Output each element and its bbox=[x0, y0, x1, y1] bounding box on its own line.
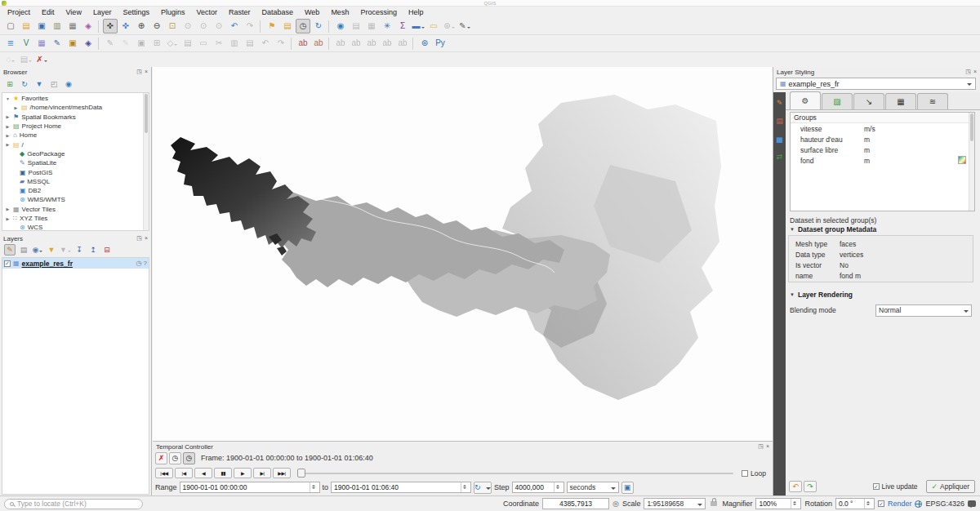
animated-navigation-button[interactable]: ◷ bbox=[183, 452, 195, 464]
map-themes-icon[interactable]: ◉ bbox=[32, 244, 43, 256]
menu-item[interactable]: View bbox=[60, 7, 87, 18]
add-raster-layer-icon[interactable]: ▦ bbox=[34, 36, 49, 51]
add-vector-layer-icon[interactable]: V bbox=[19, 36, 33, 51]
close-icon[interactable]: × bbox=[145, 69, 148, 75]
expander-icon[interactable]: ▶ bbox=[5, 207, 11, 211]
map-canvas[interactable] bbox=[153, 67, 773, 441]
step-input[interactable]: 4000,000 bbox=[512, 482, 564, 493]
range-start-input[interactable]: 1900-01-01 00:00:00 bbox=[180, 482, 320, 493]
undock-icon[interactable]: ◳ bbox=[136, 69, 142, 75]
modify-attributes-icon[interactable]: ▤ bbox=[180, 36, 195, 51]
new-print-layout-icon[interactable]: ▥ bbox=[50, 19, 65, 33]
show-bookmarks-icon[interactable]: ▤ bbox=[280, 19, 295, 33]
coordinate-input[interactable]: 4385,7913 bbox=[542, 498, 609, 509]
browser-item-meshdata[interactable]: ▶ ▤ /home/vincent/meshData bbox=[2, 103, 143, 112]
range-end-input[interactable]: 1900-01-01 01:06:40 bbox=[331, 482, 471, 493]
tab-rendering[interactable]: ▦ bbox=[885, 93, 916, 109]
spinner[interactable] bbox=[791, 499, 798, 509]
locator-search-input[interactable]: Type to locate (Ctrl+K) bbox=[4, 499, 143, 509]
slider-handle[interactable] bbox=[297, 469, 305, 478]
browser-item-vector-tiles[interactable]: ▶ ▦ Vector Tiles bbox=[2, 205, 143, 214]
rotation-input[interactable]: 0.0 ° bbox=[835, 498, 875, 509]
browser-item-postgis[interactable]: ▣ PostGIS bbox=[2, 167, 143, 176]
close-icon[interactable]: × bbox=[766, 443, 769, 450]
open-project-icon[interactable]: ▤ bbox=[19, 19, 33, 33]
filter-legend-icon[interactable]: ▼ bbox=[46, 244, 57, 256]
tab-vectors[interactable]: ↘ bbox=[853, 93, 884, 109]
expander-icon[interactable]: ▶ bbox=[5, 114, 11, 119]
redo-style-button[interactable]: ↷ bbox=[804, 481, 817, 492]
expander-icon[interactable]: ▶ bbox=[5, 133, 11, 138]
spinner[interactable] bbox=[864, 499, 871, 509]
highlight-labels-icon[interactable]: ab bbox=[349, 36, 363, 51]
pan-map-icon[interactable]: ✜ bbox=[103, 19, 118, 33]
text-annotation-icon[interactable]: ✎ bbox=[457, 19, 472, 33]
scrollbar-thumb[interactable] bbox=[970, 113, 973, 141]
menu-item[interactable]: Database bbox=[256, 7, 300, 18]
histogram-icon[interactable]: ▅ bbox=[774, 133, 785, 144]
browser-item-favorites[interactable]: ▼ ★ Favorites bbox=[2, 94, 143, 103]
layer-rendering-section-header[interactable]: ▼ Layer Rendering bbox=[790, 291, 853, 299]
paste-features-icon[interactable]: ▤ bbox=[243, 36, 257, 51]
zoom-to-layer-icon[interactable]: ⊙ bbox=[212, 19, 226, 33]
menu-item[interactable]: Raster bbox=[223, 7, 256, 18]
coordinate-capture-icon[interactable]: ◎ bbox=[612, 500, 619, 508]
arrows-icon[interactable]: ⇄ bbox=[774, 151, 785, 162]
copy-features-icon[interactable]: ▥ bbox=[227, 36, 242, 51]
save-edits-icon[interactable]: ▣ bbox=[134, 36, 149, 51]
skip-to-end-button[interactable]: ▶▶| bbox=[273, 468, 291, 478]
play-forward-button[interactable]: ▶ bbox=[234, 468, 252, 478]
rotate-label-icon[interactable]: ab bbox=[380, 36, 394, 51]
layer-diagram-icon[interactable]: ab bbox=[311, 36, 326, 51]
add-delimited-text-icon[interactable]: ✎ bbox=[50, 36, 65, 51]
spinner[interactable] bbox=[310, 482, 317, 492]
undo-style-button[interactable]: ↶ bbox=[789, 481, 802, 492]
pan-to-selection-icon[interactable]: ✜ bbox=[118, 19, 133, 33]
previous-frame-button[interactable]: |◀ bbox=[175, 468, 193, 478]
lock-scale-icon[interactable] bbox=[710, 501, 717, 506]
group-hauteur-deau[interactable]: hauteur d'eau m bbox=[791, 134, 974, 144]
browser-item-geopackage[interactable]: ◆ GeoPackage bbox=[2, 149, 143, 158]
zoom-to-selection-icon[interactable]: ⊙ bbox=[196, 19, 211, 33]
browser-item-xyz-tiles[interactable]: ▶ ∷ XYZ Tiles bbox=[2, 214, 143, 223]
zoom-in-icon[interactable]: ⊕ bbox=[134, 19, 149, 33]
deselect-all-icon[interactable]: ✗ bbox=[34, 52, 49, 67]
layer-labeling-icon[interactable]: ab bbox=[296, 36, 310, 51]
properties-widget-icon[interactable]: ◉ bbox=[63, 78, 74, 90]
apply-button[interactable]: ✓ Appliquer bbox=[926, 480, 975, 493]
step-unit-combo[interactable]: seconds bbox=[567, 482, 619, 493]
add-virtual-layer-icon[interactable]: ◈ bbox=[81, 36, 96, 51]
browser-item-project-home[interactable]: ▶ ▤ Project Home bbox=[2, 122, 143, 131]
expander-icon[interactable]: ▶ bbox=[13, 105, 19, 110]
add-selected-layers-icon[interactable]: ⊞ bbox=[4, 78, 16, 90]
style-manager-icon[interactable]: ◈ bbox=[81, 19, 96, 33]
toggle-editing-icon[interactable]: ✎ bbox=[118, 36, 133, 51]
browser-item-db2[interactable]: ▣ DB2 bbox=[2, 186, 143, 195]
undock-icon[interactable]: ◳ bbox=[758, 443, 764, 450]
crs-globe-icon[interactable] bbox=[915, 500, 922, 508]
vertex-tool-icon[interactable]: ◇ bbox=[165, 36, 180, 51]
layout-manager-icon[interactable]: ▦ bbox=[65, 19, 80, 33]
expander-icon[interactable]: ▶ bbox=[5, 124, 11, 129]
measure-icon[interactable]: ▬ bbox=[411, 19, 425, 33]
layer-visibility-checkbox[interactable]: ✓ bbox=[4, 260, 11, 267]
browser-scrollbar[interactable] bbox=[143, 93, 149, 230]
spinner[interactable] bbox=[554, 482, 561, 492]
browser-item-wcs[interactable]: ⊛ WCS bbox=[2, 223, 143, 231]
undo-icon[interactable]: ↶ bbox=[258, 36, 273, 51]
browser-item-mssql[interactable]: ▰ MSSQL bbox=[2, 177, 143, 186]
new-project-icon[interactable]: ▢ bbox=[3, 19, 18, 33]
magnifier-input[interactable]: 100% bbox=[755, 498, 801, 509]
export-animation-button[interactable]: ▣ bbox=[621, 482, 634, 494]
next-frame-button[interactable]: ▶| bbox=[253, 468, 271, 478]
metasearch-icon[interactable]: ⊛ bbox=[417, 36, 432, 51]
change-label-icon[interactable]: ab bbox=[395, 36, 410, 51]
select-features-icon[interactable]: ◌ bbox=[3, 52, 18, 67]
menu-item[interactable]: Processing bbox=[354, 7, 403, 18]
collapse-all-layers-icon[interactable]: ↥ bbox=[87, 244, 99, 256]
zoom-next-icon[interactable]: ↷ bbox=[243, 19, 257, 33]
open-layer-styling-icon[interactable]: ✎ bbox=[4, 244, 16, 256]
groups-scrollbar[interactable] bbox=[969, 113, 974, 211]
add-database-layer-icon[interactable]: ▣ bbox=[65, 36, 80, 51]
geocoder-icon[interactable]: ⊛ bbox=[442, 19, 457, 33]
